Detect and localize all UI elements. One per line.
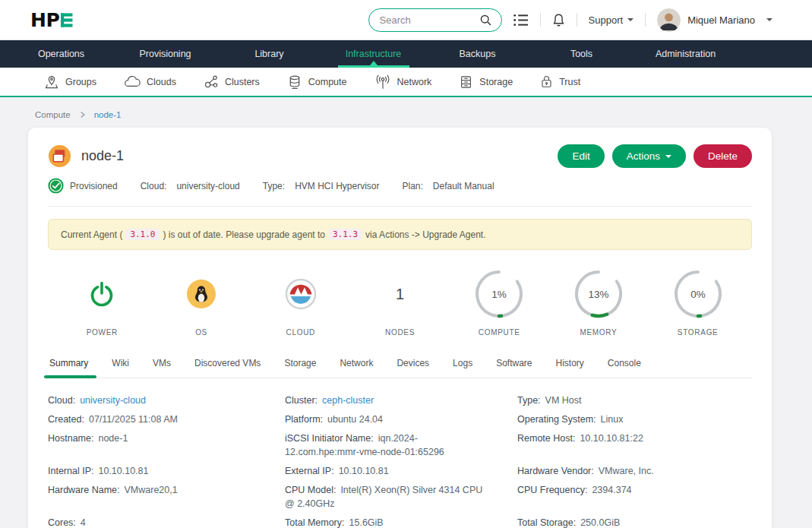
stat-visual-storage: 0% bbox=[671, 268, 725, 320]
stat-storage: 0%STORAGE bbox=[648, 268, 747, 337]
tab-logs[interactable]: Logs bbox=[451, 358, 474, 378]
detail-label: Total Storage: bbox=[517, 517, 576, 528]
stat-label: OS bbox=[195, 328, 207, 337]
subnav-item-clouds[interactable]: Clouds bbox=[124, 74, 176, 89]
detail-value: ubuntu 24.04 bbox=[327, 414, 383, 425]
detail-label: iSCSI Initiator Name: bbox=[285, 433, 374, 444]
stat-label: NODES bbox=[385, 328, 415, 337]
subnav-item-label: Clusters bbox=[225, 77, 260, 87]
tab-discovered-vms[interactable]: Discovered VMs bbox=[193, 358, 262, 378]
svg-text:13%: 13% bbox=[588, 289, 608, 300]
tab-storage[interactable]: Storage bbox=[283, 358, 318, 378]
clouds-icon bbox=[124, 74, 141, 89]
detail-label: Cores: bbox=[48, 517, 76, 528]
user-name: Miquel Mariano bbox=[687, 14, 755, 26]
delete-button[interactable]: Delete bbox=[694, 144, 752, 168]
stat-label: CLOUD bbox=[286, 328, 316, 337]
status-pair-label: Plan: bbox=[402, 181, 422, 191]
svg-text:0%: 0% bbox=[690, 289, 706, 300]
tab-vms[interactable]: VMs bbox=[151, 358, 172, 378]
nav-item-infrastructure[interactable]: Infrastructure bbox=[321, 40, 425, 68]
alert-text: ) is out of date. Please upgrade agent t… bbox=[163, 229, 325, 240]
stat-label: STORAGE bbox=[678, 328, 719, 337]
detail-value[interactable]: ceph-cluster bbox=[322, 395, 374, 406]
detail-value: 10.10.10.81:22 bbox=[580, 433, 643, 444]
subnav-item-label: Clouds bbox=[147, 77, 176, 87]
subnav-item-storage[interactable]: Storage bbox=[459, 74, 513, 90]
detail-value: 4 bbox=[81, 517, 86, 528]
detail-external-ip: External IP:10.10.10.81 bbox=[285, 462, 491, 481]
status-pair-label: Type: bbox=[263, 181, 285, 191]
tab-network[interactable]: Network bbox=[338, 358, 374, 378]
status-row: ProvisionedCloud:university-cloudType:HV… bbox=[48, 178, 752, 194]
status-pair-label: Cloud: bbox=[141, 181, 167, 191]
nav-item-administration[interactable]: Administration bbox=[633, 40, 738, 68]
hpe-logo-text: HP bbox=[30, 11, 59, 30]
stat-value: 1 bbox=[396, 286, 404, 303]
tab-history[interactable]: History bbox=[554, 358, 586, 378]
vm-host-icon bbox=[48, 144, 71, 168]
detail-created: Created:07/11/2025 11:08 AM bbox=[48, 409, 259, 428]
breadcrumb-item-node-1[interactable]: node-1 bbox=[94, 110, 122, 119]
subnav-item-groups[interactable]: Groups bbox=[44, 74, 96, 90]
summary-details: Cloud:university-cloudCluster:ceph-clust… bbox=[48, 390, 752, 528]
nav-item-provisioning[interactable]: Provisioning bbox=[113, 40, 217, 68]
breadcrumb-chevron-icon bbox=[79, 111, 86, 119]
nav-item-operations[interactable]: Operations bbox=[9, 40, 113, 68]
nav-item-tools[interactable]: Tools bbox=[529, 40, 633, 68]
agent-outdated-alert: Current Agent (3.1.0) is out of date. Pl… bbox=[48, 219, 752, 250]
subnav-item-trust[interactable]: Trust bbox=[540, 74, 580, 89]
stat-os: OS bbox=[152, 268, 251, 337]
breadcrumb: Computenode-1 bbox=[0, 97, 812, 128]
tab-devices[interactable]: Devices bbox=[395, 358, 431, 378]
header-divider bbox=[577, 13, 577, 27]
subnav-item-network[interactable]: Network bbox=[374, 74, 432, 90]
support-menu[interactable]: Support bbox=[589, 14, 634, 26]
nav-item-library[interactable]: Library bbox=[217, 40, 321, 68]
detail-operating-system: Operating System:Linux bbox=[517, 409, 752, 428]
detail-label: Cluster: bbox=[285, 395, 318, 406]
tab-wiki[interactable]: Wiki bbox=[110, 358, 131, 378]
svg-text:1%: 1% bbox=[491, 289, 507, 300]
provision-status-label: Provisioned bbox=[70, 181, 118, 191]
subnav-item-label: Groups bbox=[65, 77, 96, 87]
alert-text: via Actions -> Upgrade Agent. bbox=[365, 229, 485, 240]
user-menu[interactable]: Miquel Mariano bbox=[657, 8, 773, 32]
actions-button[interactable]: Actions bbox=[612, 144, 686, 168]
status-pair-value: HVM HCI Hypervisor bbox=[295, 181, 379, 191]
search-input[interactable] bbox=[380, 14, 479, 26]
support-label: Support bbox=[589, 14, 624, 26]
chevron-down-icon bbox=[766, 18, 773, 21]
subnav-item-clusters[interactable]: Clusters bbox=[204, 74, 260, 90]
infrastructure-subnav: GroupsCloudsClustersComputeNetworkStorag… bbox=[0, 68, 812, 97]
detail-type: Type:VM Host bbox=[517, 390, 752, 409]
stat-nodes: 1NODES bbox=[350, 268, 450, 337]
hpe-logo[interactable]: HP bbox=[30, 11, 76, 30]
detail-value: VMware, Inc. bbox=[599, 466, 654, 476]
power-icon bbox=[87, 279, 117, 309]
detail-value: 2394.374 bbox=[592, 485, 631, 495]
subnav-item-compute[interactable]: Compute bbox=[287, 74, 347, 90]
detail-value[interactable]: university-cloud bbox=[80, 395, 146, 406]
nav-item-backups[interactable]: Backups bbox=[425, 40, 529, 68]
detail-hardware-vendor: Hardware Vendor:VMware, Inc. bbox=[517, 462, 752, 481]
storage-usage-gauge: 0% bbox=[671, 267, 725, 321]
detail-iscsi-initiator-name: iSCSI Initiator Name:iqn.2024-12.com.hpe… bbox=[285, 428, 491, 461]
cloud-morpheus-icon bbox=[286, 279, 316, 309]
stat-visual-os bbox=[186, 268, 216, 320]
edit-button[interactable]: Edit bbox=[558, 144, 604, 168]
trust-icon bbox=[540, 74, 553, 89]
tab-summary[interactable]: Summary bbox=[48, 358, 90, 378]
detail-cloud: Cloud:university-cloud bbox=[48, 390, 259, 409]
global-search[interactable] bbox=[368, 8, 502, 32]
detail-label: Hardware Name: bbox=[48, 485, 119, 495]
detail-remote-host: Remote Host:10.10.10.81:22 bbox=[517, 428, 752, 461]
notifications-bell-icon[interactable] bbox=[552, 13, 565, 27]
os-linux-icon bbox=[186, 279, 216, 309]
breadcrumb-item-compute[interactable]: Compute bbox=[35, 110, 71, 119]
search-icon[interactable] bbox=[479, 14, 492, 27]
detail-label: Type: bbox=[517, 395, 541, 406]
tab-console[interactable]: Console bbox=[606, 358, 643, 378]
activity-list-icon[interactable] bbox=[513, 14, 529, 27]
tab-software[interactable]: Software bbox=[494, 358, 533, 378]
